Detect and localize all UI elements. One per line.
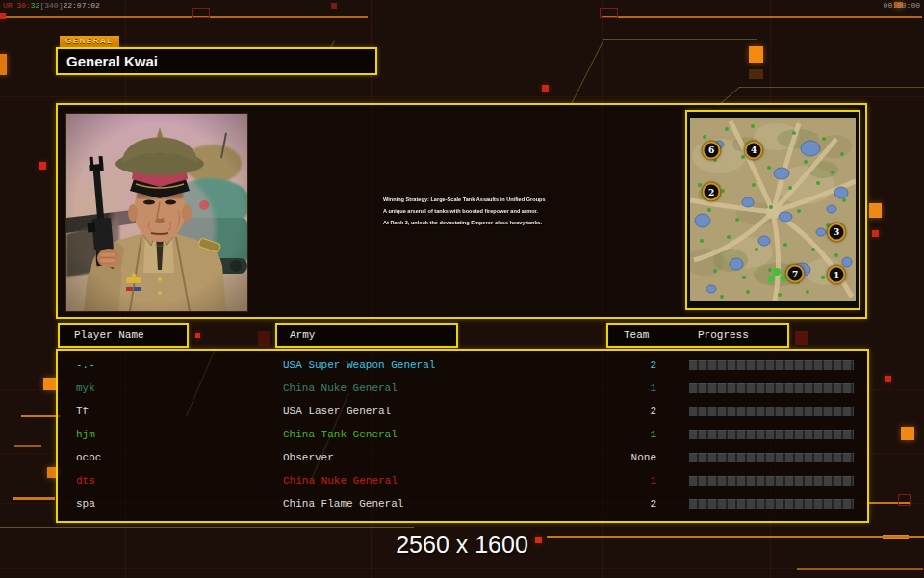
accent-line	[797, 568, 923, 570]
ping-counter: [340]	[39, 1, 63, 10]
map-preview: 642371	[685, 110, 860, 310]
general-portrait-image	[66, 114, 247, 311]
player-army: China Tank General	[283, 423, 398, 446]
fps-counter: 32	[31, 1, 40, 10]
column-header-player: Player Name	[58, 323, 189, 348]
player-team: 1	[597, 377, 656, 400]
general-name-box: General Kwai	[56, 47, 377, 75]
player-army: China Flame General	[283, 492, 403, 515]
army-header: Army	[277, 329, 315, 341]
player-progress-bar	[688, 406, 855, 417]
accent-square	[898, 494, 911, 506]
player-army: USA Laser General	[283, 400, 391, 423]
accent-square	[38, 162, 46, 170]
accent-square	[331, 3, 337, 9]
accent-square	[0, 54, 7, 75]
player-name: -.-	[76, 354, 95, 377]
map-start-marker: 1	[828, 266, 846, 284]
player-progress-bar	[688, 429, 855, 440]
grid-line	[0, 568, 924, 569]
accent-line	[2, 16, 368, 18]
accent-square	[43, 378, 56, 390]
table-row: dts China Nuke General 1	[58, 469, 867, 492]
map-start-marker: 4	[745, 141, 763, 159]
player-name: spa	[76, 492, 95, 515]
loading-screen: UR 30:32[340]22:07:02 00:00:00 GENERAL G…	[0, 0, 924, 578]
system-clock: 22:07:02	[63, 1, 99, 10]
accent-line	[21, 415, 60, 417]
player-progress-bar	[688, 452, 855, 463]
accent-square	[0, 13, 6, 19]
player-name-header: Player Name	[60, 329, 144, 341]
player-team: 1	[597, 469, 656, 492]
player-team: 2	[597, 492, 656, 515]
column-header-army: Army	[275, 323, 458, 348]
match-timer: 00:00:00	[884, 1, 920, 10]
table-row: hjm China Tank General 1	[58, 423, 867, 446]
player-team: 2	[597, 354, 656, 377]
accent-square	[885, 376, 891, 382]
table-row: spa China Flame General 2	[58, 492, 867, 515]
accent-square	[600, 8, 618, 18]
circuit-line	[739, 87, 924, 88]
player-progress-bar	[688, 498, 855, 510]
player-army: China Nuke General	[283, 377, 398, 400]
player-name: myk	[76, 377, 95, 400]
accent-square	[192, 8, 210, 18]
player-team: 1	[597, 423, 656, 446]
description-line: At Rank 3, unlock the devastating Empero…	[383, 218, 566, 229]
progress-header: Progress	[655, 329, 749, 341]
map-image: 642371	[690, 118, 856, 301]
general-tab-label: GENERAL	[60, 36, 119, 47]
accent-line	[14, 445, 41, 447]
map-start-marker: 2	[703, 183, 721, 201]
status-bar: UR 30:32[340]22:07:02	[3, 1, 100, 10]
accent-square	[795, 331, 808, 345]
accent-line	[602, 16, 922, 18]
circuit-line	[571, 39, 604, 104]
player-army: Observer	[283, 446, 334, 469]
table-row: Tf USA Laser General 2	[58, 400, 867, 423]
accent-square	[258, 331, 270, 346]
general-portrait	[65, 113, 248, 312]
accent-line	[869, 502, 910, 504]
player-name: hjm	[76, 423, 95, 446]
player-progress-bar	[688, 475, 855, 486]
accent-square	[901, 427, 914, 440]
player-table: -.- USA Super Weapon General 2 myk China…	[56, 349, 869, 523]
player-progress-bar	[688, 359, 855, 371]
accent-square	[749, 69, 763, 79]
session-id: UR 30:	[3, 1, 31, 10]
accent-line	[13, 497, 55, 500]
table-row: -.- USA Super Weapon General 2	[58, 354, 867, 377]
general-description: Winning Strategy: Large-Scale Tank Assau…	[383, 194, 566, 229]
circuit-line	[603, 39, 757, 40]
map-start-marker: 7	[786, 265, 805, 283]
map-markers-layer: 642371	[690, 118, 856, 301]
accent-square	[542, 85, 549, 92]
accent-square	[869, 203, 882, 218]
player-team: 2	[597, 400, 656, 423]
player-name: Tf	[76, 400, 89, 423]
description-line: A unique arsenal of tanks with boosted f…	[383, 205, 566, 217]
accent-square	[872, 230, 879, 237]
map-start-marker: 6	[703, 141, 721, 159]
table-row: ococ Observer None	[58, 446, 867, 469]
team-header: Team	[608, 329, 649, 341]
column-header-team-progress: Team Progress	[606, 323, 789, 348]
player-rows: -.- USA Super Weapon General 2 myk China…	[58, 354, 867, 515]
player-army: China Nuke General	[283, 469, 398, 492]
player-name: dts	[76, 469, 95, 492]
general-name: General Kwai	[58, 49, 375, 73]
circuit-line	[0, 527, 414, 528]
table-row: myk China Nuke General 1	[58, 377, 867, 400]
player-name: ococ	[76, 446, 101, 469]
player-progress-bar	[688, 382, 855, 394]
resolution-label: 2560 x 1600	[0, 531, 924, 559]
player-army: USA Super Weapon General	[283, 354, 435, 377]
player-team: None	[597, 446, 656, 469]
grid-line	[0, 96, 924, 97]
accent-square	[195, 333, 200, 338]
map-start-marker: 3	[828, 223, 846, 241]
accent-square	[749, 46, 763, 63]
